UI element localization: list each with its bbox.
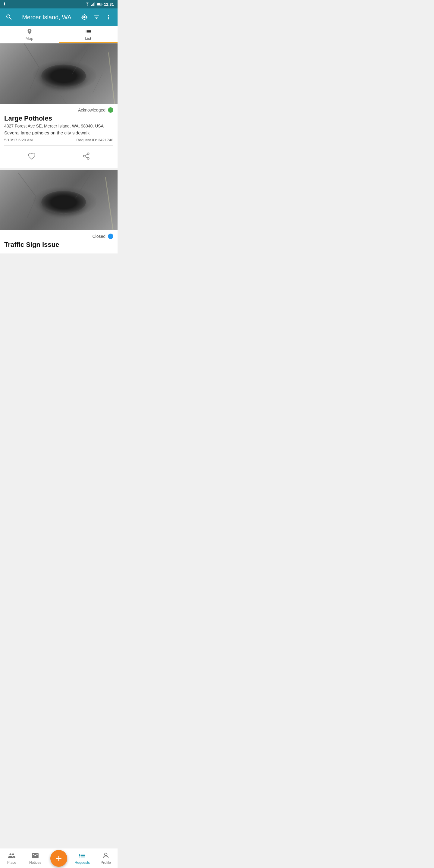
tab-active-indicator <box>59 42 118 43</box>
svg-line-22 <box>75 174 90 198</box>
card-1-description: Several large potholes on the city sidew… <box>4 130 113 135</box>
svg-rect-8 <box>102 4 102 5</box>
card-2-status-dot <box>108 234 113 239</box>
issue-card-1: Acknowledged Large Potholes 4327 Forest … <box>0 43 118 168</box>
svg-rect-0 <box>4 2 5 5</box>
svg-line-12 <box>60 95 66 104</box>
card-1-status-dot <box>108 107 113 113</box>
heart-icon <box>28 152 36 160</box>
svg-rect-4 <box>93 3 94 7</box>
card-1-title: Large Potholes <box>4 115 113 122</box>
battery-icon <box>97 2 102 6</box>
svg-point-15 <box>87 153 89 155</box>
svg-point-1 <box>87 5 88 6</box>
card-2-image <box>0 170 118 230</box>
card-1-body: Acknowledged Large Potholes 4327 Forest … <box>0 104 118 168</box>
tab-map-label: Map <box>26 36 33 41</box>
svg-line-9 <box>24 43 39 67</box>
more-menu-button[interactable] <box>104 13 113 22</box>
svg-line-23 <box>105 177 113 230</box>
card-2-status-label: Closed <box>92 234 105 239</box>
share-button-1[interactable] <box>75 150 97 162</box>
signal-icon <box>91 2 96 6</box>
card-1-actions <box>4 149 113 164</box>
filter-button[interactable] <box>92 13 101 22</box>
list-icon <box>85 28 92 35</box>
pothole-photo-1 <box>0 43 118 104</box>
svg-point-17 <box>87 157 89 159</box>
crack-lines-2 <box>0 170 118 230</box>
issue-card-2: Closed Traffic Sign Issue <box>0 170 118 253</box>
svg-rect-2 <box>91 5 92 6</box>
card-1-address: 4327 Forest Ave SE, Mercer Island, WA, 9… <box>4 124 113 128</box>
svg-line-18 <box>85 157 87 158</box>
time-display: 12:31 <box>104 2 114 7</box>
svg-line-13 <box>93 73 102 92</box>
crack-lines-1 <box>0 43 118 104</box>
card-1-status-label: Acknowledged <box>78 107 105 113</box>
svg-line-11 <box>72 50 87 73</box>
svg-rect-7 <box>97 3 100 5</box>
wifi-icon <box>85 2 90 6</box>
card-1-status-row: Acknowledged <box>4 107 113 113</box>
svg-line-21 <box>27 197 36 218</box>
status-bar: 12:31 <box>0 0 118 8</box>
card-2-status-row: Closed <box>4 234 113 239</box>
status-bar-notification <box>4 2 8 7</box>
tab-list-label: List <box>85 36 91 41</box>
toolbar: Mercer Island, WA <box>0 8 118 26</box>
card-1-request-id: Request ID: 3421748 <box>76 138 113 142</box>
tab-list[interactable]: List <box>59 26 118 43</box>
card-1-date: 5/18/17 6:20 AM <box>4 138 33 142</box>
card-2-body: Closed Traffic Sign Issue <box>0 230 118 253</box>
share-icon <box>82 152 90 160</box>
status-icons: 12:31 <box>85 2 114 7</box>
view-tabs: Map List <box>0 26 118 43</box>
like-button-1[interactable] <box>21 150 43 162</box>
svg-rect-5 <box>94 2 95 6</box>
svg-point-16 <box>83 155 85 157</box>
svg-line-20 <box>18 173 36 197</box>
svg-rect-3 <box>92 4 93 6</box>
search-button[interactable] <box>5 13 13 22</box>
svg-line-14 <box>108 53 115 104</box>
toolbar-title: Mercer Island, WA <box>17 14 76 21</box>
tab-map[interactable]: Map <box>0 26 59 43</box>
card-1-meta: 5/18/17 6:20 AM Request ID: 3421748 <box>4 138 113 146</box>
pothole-photo-2 <box>0 170 118 230</box>
map-pin-icon <box>26 28 33 35</box>
content-area: Acknowledged Large Potholes 4327 Forest … <box>0 43 118 278</box>
svg-line-19 <box>85 154 87 156</box>
card-2-title: Traffic Sign Issue <box>4 241 113 249</box>
gps-button[interactable] <box>80 13 89 22</box>
svg-line-10 <box>30 67 39 89</box>
card-1-image <box>0 43 118 104</box>
